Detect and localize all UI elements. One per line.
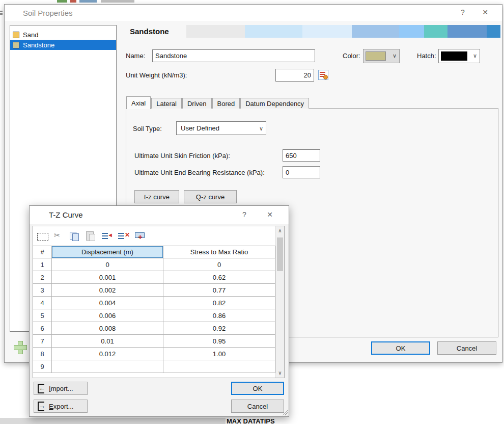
row-number-cell[interactable]: 2 [33,271,52,284]
row-number-header[interactable]: # [33,246,52,258]
select-all-icon[interactable] [37,233,48,241]
scrollbar-thumb[interactable] [277,237,283,271]
skin-friction-input[interactable] [283,149,320,162]
screen: MAX DATATIPS Soil Properties ? ✕ SandSan… [0,0,504,424]
ok-button[interactable]: OK [231,382,284,395]
name-input[interactable] [152,49,315,62]
color-label: Color: [343,52,360,60]
export-button-label: Export... [49,403,73,410]
displacement-cell[interactable]: 0.004 [52,297,163,309]
banner-segment [352,25,399,38]
export-icon: → [38,402,44,411]
ok-button[interactable]: OK [371,341,430,355]
row-number-cell[interactable]: 5 [33,309,52,322]
displacement-cell[interactable]: 0.012 [52,348,163,360]
scroll-up-icon[interactable]: ∧ [276,226,284,235]
table-row: 20.0010.62 [33,271,275,284]
chevron-down-icon: ∨ [473,52,477,59]
stress-ratio-cell[interactable]: 0.82 [163,297,275,309]
end-bearing-input[interactable] [283,166,320,178]
stress-ratio-cell[interactable]: 0.77 [163,284,275,297]
banner-segment [245,25,302,38]
grid-toolbar [33,226,146,246]
title-bar[interactable]: T-Z Curve ? ✕ [30,206,289,224]
color-dropdown[interactable]: ∨ [363,49,400,63]
title-bar[interactable]: Soil Properties ? ✕ [5,5,502,21]
tz-curve-button[interactable]: t-z curve [134,190,179,203]
displacement-cell[interactable]: 0 [52,258,163,271]
banner-segment [186,25,245,38]
stress-ratio-cell[interactable]: 0.86 [163,309,275,322]
cancel-button[interactable]: Cancel [231,400,284,413]
row-number-cell[interactable]: 9 [33,360,52,373]
export-button[interactable]: → Export... [34,400,88,413]
soil-list-item[interactable]: Sandstone [10,40,116,50]
banner-segment [447,25,487,38]
dialog-title: T-Z Curve [49,210,83,219]
tz-curve-dialog: T-Z Curve ? ✕ # Displacement (m) Stress … [29,205,289,417]
help-icon[interactable]: ? [457,8,468,17]
stress-ratio-column-header[interactable]: Stress to Max Ratio [163,246,275,258]
soil-item-label: Sandstone [23,41,54,49]
soil-type-value: User Defined [181,124,219,132]
tab-datum-dependency[interactable]: Datum Dependency [240,98,309,109]
import-icon: ← [38,384,44,393]
displacement-cell[interactable] [52,360,163,373]
unit-weight-input[interactable] [275,69,314,82]
close-icon[interactable]: ✕ [480,8,491,17]
cut-icon[interactable] [52,231,65,241]
scroll-down-icon[interactable]: ∨ [276,368,284,378]
row-number-cell[interactable]: 3 [33,284,52,297]
datum-dependency-icon[interactable] [318,70,328,80]
row-number-cell[interactable]: 1 [33,258,52,271]
tab-bored[interactable]: Bored [212,98,240,109]
soil-item-label: Sand [23,31,38,39]
hatch-swatch [441,51,467,61]
cancel-button[interactable]: Cancel [437,341,496,355]
hatch-dropdown[interactable]: ∨ [438,49,480,63]
row-number-cell[interactable]: 8 [33,348,52,360]
tab-strip: AxialLateralDrivenBoredDatum Dependency [126,96,310,109]
tab-driven[interactable]: Driven [182,98,212,109]
stress-ratio-cell[interactable]: 1.00 [163,348,275,360]
delete-row-icon[interactable] [118,231,130,241]
add-row-icon[interactable] [134,231,146,241]
end-bearing-label: Ultimate Unit End Bearing Resistance (kP… [134,169,265,176]
qz-curve-button[interactable]: Q-z curve [184,190,237,203]
table-row: 40.0040.82 [33,297,275,309]
insert-row-icon[interactable] [101,231,114,241]
import-button[interactable]: ← Import... [34,382,88,395]
row-number-cell[interactable]: 4 [33,297,52,309]
stress-ratio-cell[interactable] [163,360,275,373]
chevron-down-icon: ∨ [393,52,397,59]
background-text: MAX DATATIPS [227,417,275,424]
close-icon[interactable]: ✕ [264,210,275,220]
displacement-cell[interactable]: 0.008 [52,322,163,335]
displacement-column-header[interactable]: Displacement (m) [52,246,163,258]
dialog-title: Soil Properties [23,9,73,17]
displacement-cell[interactable]: 0.002 [52,284,163,297]
background-strip [0,418,226,424]
tab-axial[interactable]: Axial [126,96,151,109]
stress-ratio-cell[interactable]: 0.92 [163,322,275,335]
tab-lateral[interactable]: Lateral [151,98,182,109]
color-swatch [366,51,386,61]
displacement-cell[interactable]: 0.01 [52,335,163,348]
paste-icon[interactable] [85,231,97,241]
soil-type-dropdown[interactable]: User Defined ∨ [176,121,266,135]
add-soil-icon[interactable] [14,341,27,354]
row-number-cell[interactable]: 7 [33,335,52,348]
stress-ratio-cell[interactable]: 0 [163,258,275,271]
copy-icon[interactable] [69,231,81,241]
row-number-cell[interactable]: 6 [33,322,52,335]
displacement-cell[interactable]: 0.001 [52,271,163,284]
table-row: 50.0060.86 [33,309,275,322]
vertical-scrollbar[interactable]: ∧ ∨ [275,226,284,378]
stress-ratio-cell[interactable]: 0.62 [163,271,275,284]
displacement-cell[interactable]: 0.006 [52,309,163,322]
selected-soil-title: Sandstone [130,27,169,36]
soil-list-item[interactable]: Sand [10,30,116,40]
help-icon[interactable]: ? [239,210,250,220]
stress-ratio-cell[interactable]: 0.95 [163,335,275,348]
soil-swatch-icon [13,42,19,48]
